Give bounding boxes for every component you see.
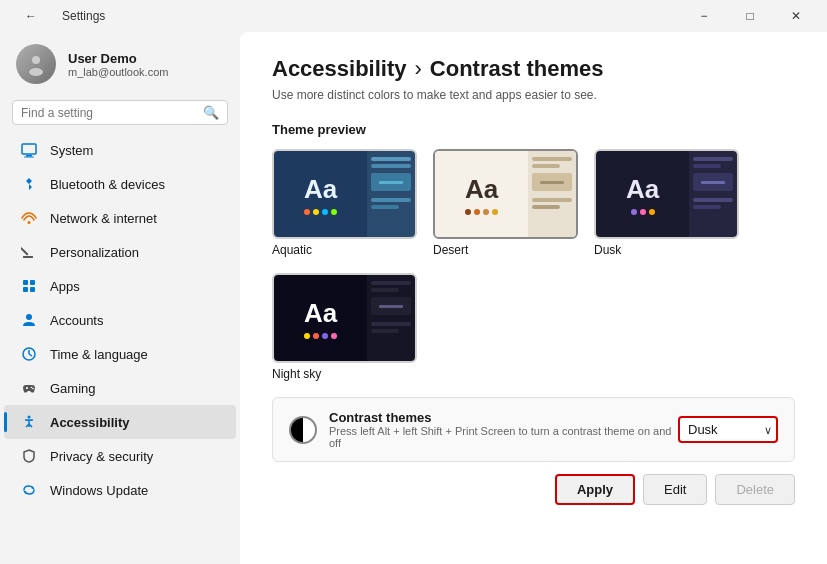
desert-aa: Aa [465, 174, 498, 205]
theme-preview-aquatic: Aa [272, 149, 417, 239]
sidebar-item-accounts[interactable]: Accounts [4, 303, 236, 337]
user-email: m_lab@outlook.com [68, 66, 168, 78]
theme-card-nightsky[interactable]: Aa [272, 273, 417, 381]
edit-button[interactable]: Edit [643, 474, 707, 505]
sidebar-item-time[interactable]: Time & language [4, 337, 236, 371]
sidebar-item-privacy[interactable]: Privacy & security [4, 439, 236, 473]
svg-rect-4 [24, 157, 34, 158]
main-window: User Demo m_lab@outlook.com 🔍 System [0, 32, 827, 564]
svg-rect-10 [23, 287, 28, 292]
minimize-button[interactable]: − [681, 0, 727, 32]
apply-button[interactable]: Apply [555, 474, 635, 505]
user-info: User Demo m_lab@outlook.com [68, 51, 168, 78]
search-input[interactable] [21, 106, 197, 120]
breadcrumb-parent: Accessibility [272, 56, 407, 82]
dusk-aa: Aa [626, 174, 659, 205]
contrast-icon [289, 416, 317, 444]
svg-point-18 [31, 387, 33, 389]
delete-button[interactable]: Delete [715, 474, 795, 505]
time-icon [20, 345, 38, 363]
desert-dots [465, 209, 498, 215]
personalization-icon [20, 243, 38, 261]
dusk-bg: Aa [596, 151, 689, 237]
sidebar-item-system-label: System [50, 143, 93, 158]
theme-name-aquatic: Aquatic [272, 243, 417, 257]
svg-rect-9 [30, 280, 35, 285]
svg-rect-3 [26, 155, 32, 157]
back-button[interactable]: ← [8, 0, 54, 32]
theme-card-aquatic[interactable]: Aa [272, 149, 417, 257]
accessibility-icon [20, 413, 38, 431]
nightsky-panel [367, 275, 415, 361]
search-box[interactable]: 🔍 [12, 100, 228, 125]
theme-name-nightsky: Night sky [272, 367, 417, 381]
sidebar-item-time-label: Time & language [50, 347, 148, 362]
sidebar-item-privacy-label: Privacy & security [50, 449, 153, 464]
theme-preview-nightsky: Aa [272, 273, 417, 363]
svg-rect-8 [23, 280, 28, 285]
nightsky-dots [304, 333, 337, 339]
bar-text: Contrast themes Press left Alt + left Sh… [329, 410, 678, 449]
aquatic-aa: Aa [304, 174, 337, 205]
content-area: Accessibility › Contrast themes Use more… [240, 32, 827, 564]
svg-point-20 [28, 416, 31, 419]
svg-point-5 [28, 221, 31, 224]
aquatic-panel [367, 151, 415, 237]
svg-point-19 [32, 388, 34, 390]
breadcrumb-child: Contrast themes [430, 56, 604, 82]
sidebar-item-gaming[interactable]: Gaming [4, 371, 236, 405]
user-profile[interactable]: User Demo m_lab@outlook.com [0, 32, 240, 96]
titlebar: ← Settings − □ ✕ [0, 0, 827, 32]
sidebar-item-accounts-label: Accounts [50, 313, 103, 328]
dusk-panel [689, 151, 737, 237]
sidebar-item-personalization-label: Personalization [50, 245, 139, 260]
page-subtitle: Use more distinct colors to make text an… [272, 88, 795, 102]
theme-name-dusk: Dusk [594, 243, 739, 257]
breadcrumb-separator: › [415, 56, 422, 82]
theme-preview-dusk: Aa [594, 149, 739, 239]
svg-rect-2 [22, 144, 36, 154]
svg-point-0 [32, 56, 40, 64]
desert-panel [528, 151, 576, 237]
user-name: User Demo [68, 51, 168, 66]
bar-right: None Aquatic Desert Dusk Night sky [678, 416, 778, 443]
close-button[interactable]: ✕ [773, 0, 819, 32]
svg-line-15 [29, 354, 32, 356]
sidebar-item-network-label: Network & internet [50, 211, 157, 226]
theme-preview-label: Theme preview [272, 122, 795, 137]
sidebar-item-apps[interactable]: Apps [4, 269, 236, 303]
avatar [16, 44, 56, 84]
update-icon [20, 481, 38, 499]
sidebar-item-accessibility[interactable]: Accessibility [4, 405, 236, 439]
system-icon [20, 141, 38, 159]
contrast-themes-bar: Contrast themes Press left Alt + left Sh… [272, 397, 795, 462]
sidebar: User Demo m_lab@outlook.com 🔍 System [0, 32, 240, 564]
nightsky-bg: Aa [274, 275, 367, 361]
sidebar-item-network[interactable]: Network & internet [4, 201, 236, 235]
bar-title: Contrast themes [329, 410, 678, 425]
theme-dropdown[interactable]: None Aquatic Desert Dusk Night sky [678, 416, 778, 443]
bar-description: Press left Alt + left Shift + Print Scre… [329, 425, 678, 449]
theme-preview-desert: Aa [433, 149, 578, 239]
maximize-button[interactable]: □ [727, 0, 773, 32]
sidebar-item-bluetooth[interactable]: Bluetooth & devices [4, 167, 236, 201]
titlebar-controls: − □ ✕ [681, 0, 819, 32]
svg-rect-7 [21, 247, 29, 255]
theme-card-desert[interactable]: Aa [433, 149, 578, 257]
accounts-icon [20, 311, 38, 329]
privacy-icon [20, 447, 38, 465]
theme-card-dusk[interactable]: Aa [594, 149, 739, 257]
sidebar-item-personalization[interactable]: Personalization [4, 235, 236, 269]
action-buttons: Apply Edit Delete [272, 474, 795, 505]
svg-point-12 [26, 314, 32, 320]
svg-rect-11 [30, 287, 35, 292]
sidebar-item-update[interactable]: Windows Update [4, 473, 236, 507]
active-indicator [4, 412, 7, 432]
sidebar-item-update-label: Windows Update [50, 483, 148, 498]
titlebar-title: Settings [62, 9, 105, 23]
nightsky-aa: Aa [304, 298, 337, 329]
sidebar-item-system[interactable]: System [4, 133, 236, 167]
desert-bg: Aa [435, 151, 528, 237]
theme-dropdown-wrapper[interactable]: None Aquatic Desert Dusk Night sky [678, 416, 778, 443]
search-icon: 🔍 [203, 105, 219, 120]
